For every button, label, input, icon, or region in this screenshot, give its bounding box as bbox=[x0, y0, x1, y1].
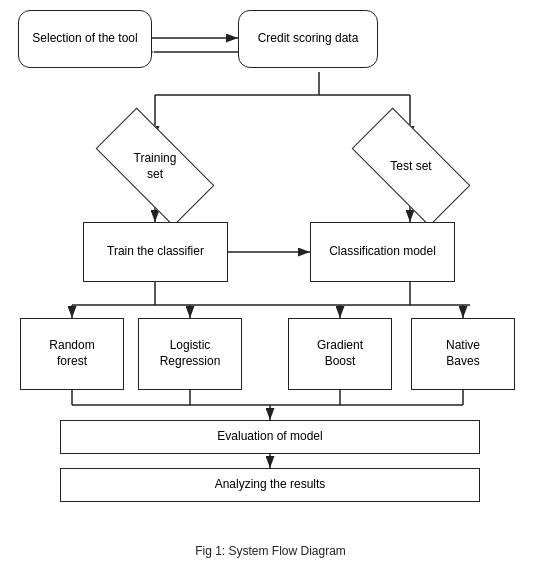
native-bayes-label: NativeBaves bbox=[446, 338, 480, 369]
native-bayes-box: NativeBaves bbox=[411, 318, 515, 390]
logistic-regression-label: LogisticRegression bbox=[160, 338, 221, 369]
gradient-boost-box: GradientBoost bbox=[288, 318, 392, 390]
train-classifier-label: Train the classifier bbox=[107, 244, 204, 260]
training-set-diamond: Trainingset bbox=[100, 138, 210, 196]
test-set-diamond: Test set bbox=[356, 138, 466, 196]
selection-tool-label: Selection of the tool bbox=[32, 31, 137, 47]
random-forest-box: Randomforest bbox=[20, 318, 124, 390]
flowchart: Selection of the tool Credit scoring dat… bbox=[0, 0, 541, 540]
classification-model-box: Classification model bbox=[310, 222, 455, 282]
figure-caption: Fig 1: System Flow Diagram bbox=[0, 544, 541, 558]
analyzing-label: Analyzing the results bbox=[215, 477, 326, 493]
gradient-boost-label: GradientBoost bbox=[317, 338, 363, 369]
test-set-label: Test set bbox=[390, 159, 431, 175]
credit-scoring-box: Credit scoring data bbox=[238, 10, 378, 68]
arrows bbox=[0, 0, 541, 540]
analyzing-box: Analyzing the results bbox=[60, 468, 480, 502]
evaluation-label: Evaluation of model bbox=[217, 429, 322, 445]
evaluation-box: Evaluation of model bbox=[60, 420, 480, 454]
credit-scoring-label: Credit scoring data bbox=[258, 31, 359, 47]
train-classifier-box: Train the classifier bbox=[83, 222, 228, 282]
logistic-regression-box: LogisticRegression bbox=[138, 318, 242, 390]
random-forest-label: Randomforest bbox=[49, 338, 94, 369]
selection-tool-box: Selection of the tool bbox=[18, 10, 152, 68]
training-set-label: Trainingset bbox=[134, 151, 177, 182]
classification-model-label: Classification model bbox=[329, 244, 436, 260]
